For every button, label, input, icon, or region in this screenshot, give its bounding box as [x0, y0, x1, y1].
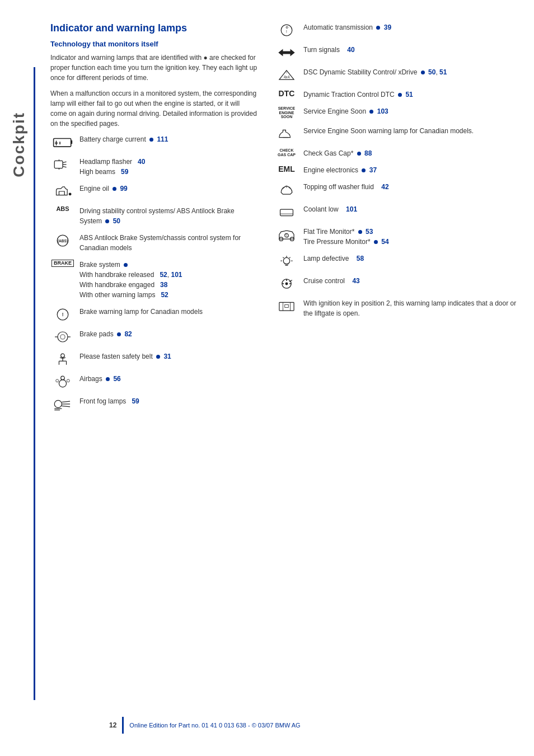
list-item: Coolant low 101 — [274, 204, 517, 220]
list-item: Topping off washer fluid 42 — [274, 182, 517, 198]
brake-warning-canadian-icon: ! — [50, 307, 75, 322]
svg-text:!: ! — [286, 30, 287, 34]
dtc-text: Dynamic Traction Control DTC 51 — [303, 90, 517, 100]
abs-circle-icon: (ABS) — [50, 233, 75, 248]
list-item: ⚙ ! Automatic transmission 39 — [274, 22, 517, 38]
service-engine-canadian-text: Service Engine Soon warning lamp for Can… — [303, 126, 517, 136]
seatbelt-text: Please fasten safety belt 31 — [79, 351, 257, 361]
list-item: BRAKE Brake system With handbrake releas… — [50, 260, 257, 300]
list-item: With ignition key in position 2, this wa… — [274, 298, 517, 318]
battery-icon — [50, 134, 75, 150]
brake-warning-canadian-text: Brake warning lamp for Canadian models — [79, 307, 257, 317]
list-item: DTC Dynamic Traction Control DTC 51 — [274, 90, 517, 100]
check-gas-cap-text: Check Gas Cap* 88 — [303, 148, 517, 158]
svg-point-29 — [67, 379, 69, 382]
seatbelt-icon — [50, 351, 75, 367]
list-item: Engine oil 99 — [50, 184, 257, 199]
abs-text: Driving stability control systems/ ABS A… — [79, 206, 257, 226]
list-item: CHECKGAS CAP Check Gas Cap* 88 — [274, 148, 517, 158]
service-engine-icon: SERVICEENGINESOON — [274, 106, 299, 119]
fog-text: Front fog lamps 59 — [79, 396, 257, 406]
eml-text: Engine electronics 37 — [303, 165, 517, 175]
svg-marker-40 — [287, 49, 295, 56]
cruise-text: Cruise control 43 — [303, 276, 517, 286]
dsc-text: DSC Dynamic Stability Control/ xDrive 50… — [303, 67, 517, 77]
footer-divider — [122, 717, 124, 734]
list-item: Brake pads 82 — [50, 329, 257, 345]
auto-trans-icon: ⚙ ! — [274, 22, 299, 38]
svg-line-57 — [283, 257, 284, 259]
list-item: (ABS) ABS Antilock Brake System/chassis … — [50, 233, 257, 253]
battery-text: Battery charge current 111 — [79, 134, 257, 144]
list-item: ! Brake warning lamp for Canadian models — [50, 307, 257, 322]
svg-line-33 — [62, 406, 70, 407]
svg-line-31 — [62, 401, 70, 402]
list-item: Front fog lamps 59 — [50, 396, 257, 412]
list-item: Headlamp flasher 40High beams 59 — [50, 157, 257, 177]
coolant-icon — [274, 204, 299, 220]
list-item: Turn signals 40 — [274, 45, 517, 60]
svg-line-6 — [63, 162, 67, 163]
page-footer: 12 Online Edition for Part no. 01 41 0 0… — [0, 717, 534, 734]
turn-signals-icon — [274, 45, 299, 60]
svg-line-8 — [63, 166, 67, 167]
cruise-icon — [274, 276, 299, 292]
svg-point-16 — [58, 332, 68, 342]
footer-text: Online Edition for Part no. 01 41 0 013 … — [129, 722, 300, 729]
coolant-text: Coolant low 101 — [303, 204, 517, 214]
svg-text:⚙: ⚙ — [285, 26, 288, 29]
washer-text: Topping off washer fluid 42 — [303, 182, 517, 192]
lamp-defective-icon — [274, 253, 299, 269]
svg-point-11 — [69, 192, 72, 195]
svg-point-26 — [59, 380, 66, 387]
headlamp-icon — [50, 157, 75, 172]
svg-rect-47 — [280, 209, 293, 215]
washer-icon — [274, 182, 299, 198]
right-column: ⚙ ! Automatic transmission 39 Turn signa… — [274, 22, 517, 419]
flat-tire-text: Flat Tire Monitor* 53 Tire Pressure Moni… — [303, 227, 517, 247]
list-item: Cruise control 43 — [274, 276, 517, 292]
abs-text-icon: ABS — [50, 206, 75, 212]
intro-text-2: When a malfunction occurs in a monitored… — [50, 88, 257, 129]
headlamp-text: Headlamp flasher 40High beams 59 — [79, 157, 257, 177]
svg-point-53 — [283, 258, 289, 264]
brake-pads-icon — [50, 329, 75, 345]
service-engine-text: Service Engine Soon 103 — [303, 106, 517, 116]
door-open-icon — [274, 298, 299, 314]
door-open-text: With ignition key in position 2, this wa… — [303, 298, 517, 318]
svg-point-17 — [60, 335, 65, 339]
check-gas-cap-icon: CHECKGAS CAP — [274, 148, 299, 157]
svg-point-25 — [61, 376, 65, 380]
page-container: Cockpit Indicator and warning lamps Tech… — [0, 0, 534, 756]
cockpit-label: Cockpit — [10, 112, 28, 177]
svg-text:4x4: 4x4 — [284, 75, 290, 79]
abs-circle-text: ABS Antilock Brake System/chassis contro… — [79, 233, 257, 253]
brake-text: Brake system With handbrake released 52,… — [79, 260, 257, 300]
service-engine-canadian-icon — [274, 126, 299, 142]
left-column: Indicator and warning lamps Technology t… — [50, 22, 257, 419]
svg-point-28 — [56, 379, 59, 382]
airbag-text: Airbags 56 — [79, 374, 257, 384]
engine-oil-icon — [50, 184, 75, 199]
dtc-icon: DTC — [274, 90, 299, 97]
list-item: 4x4 ! DSC Dynamic Stability Control/ xDr… — [274, 67, 517, 83]
svg-point-30 — [54, 400, 62, 407]
list-item: Lamp defective 58 — [274, 253, 517, 269]
svg-rect-1 — [71, 140, 72, 144]
svg-text:!: ! — [286, 233, 287, 237]
list-item: Battery charge current 111 — [50, 134, 257, 150]
svg-point-65 — [285, 283, 288, 285]
main-content: Indicator and warning lamps Technology t… — [50, 22, 517, 419]
engine-oil-text: Engine oil 99 — [79, 184, 257, 194]
svg-line-55 — [289, 257, 291, 259]
section-title: Indicator and warning lamps — [50, 22, 257, 34]
subsection-title: Technology that monitors itself — [50, 40, 257, 48]
svg-text:(ABS): (ABS) — [58, 239, 68, 243]
svg-rect-69 — [285, 305, 289, 308]
list-item: Service Engine Soon warning lamp for Can… — [274, 126, 517, 142]
list-item: ABS Driving stability control systems/ A… — [50, 206, 257, 226]
lamp-defective-text: Lamp defective 58 — [303, 253, 517, 264]
airbag-icon — [50, 374, 75, 389]
list-item: Airbags 56 — [50, 374, 257, 389]
svg-point-20 — [61, 354, 65, 358]
